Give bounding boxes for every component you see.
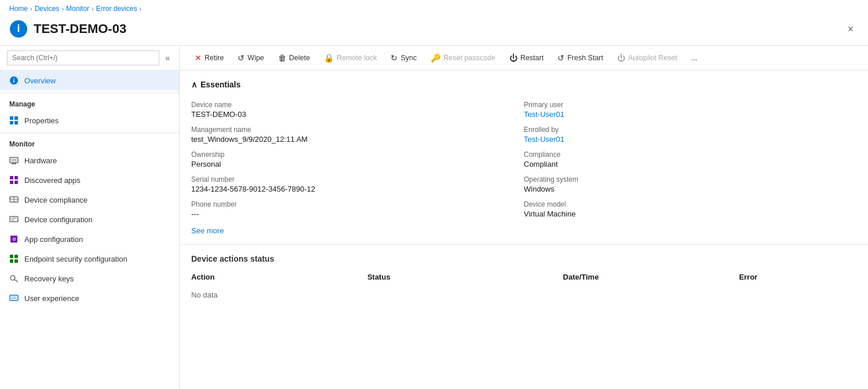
sidebar-section-monitor: Monitor	[0, 133, 179, 151]
delete-label: Delete	[289, 54, 310, 62]
breadcrumb: Home › Devices › Monitor › Error devices…	[0, 0, 868, 17]
content-area: ✕ Retire ↺ Wipe 🗑 Delete 🔒 Remote lock ↻…	[180, 46, 868, 389]
search-input[interactable]	[7, 50, 159, 65]
col-error-header: Error	[739, 270, 856, 286]
col-status-header: Status	[367, 270, 563, 286]
svg-rect-28	[14, 259, 18, 263]
svg-text:i: i	[17, 23, 20, 34]
essentials-left: Device name TEST-DEMO-03 Management name…	[191, 97, 524, 222]
close-button[interactable]: ×	[843, 21, 859, 37]
actions-table: Action Status Date/Time Error No data	[191, 270, 856, 304]
device-name-value: TEST-DEMO-03	[191, 110, 524, 119]
breadcrumb-home[interactable]: Home	[9, 5, 28, 13]
restart-icon: ⏻	[509, 53, 517, 63]
search-row: «	[0, 46, 179, 71]
sidebar-item-user-experience-label: User experience	[24, 294, 79, 303]
svg-rect-27	[10, 259, 13, 263]
sidebar-item-endpoint-security-label: Endpoint security configuration	[24, 255, 127, 263]
svg-rect-20	[10, 216, 18, 222]
more-button[interactable]: ...	[685, 51, 703, 65]
enrolled-by-label: Enrolled by	[524, 126, 856, 134]
essentials-title[interactable]: ∧ Essentials	[191, 80, 856, 89]
properties-icon	[9, 116, 19, 125]
breadcrumb-error-devices[interactable]: Error devices	[96, 5, 137, 13]
sync-button[interactable]: ↻ Sync	[385, 50, 422, 65]
sidebar-item-endpoint-security[interactable]: Endpoint security configuration	[0, 249, 179, 269]
primary-user-value[interactable]: Test-User01	[524, 110, 564, 119]
wipe-button[interactable]: ↺ Wipe	[232, 50, 269, 65]
operating-system-label: Operating system	[524, 175, 856, 184]
essentials-toggle-icon: ∧	[191, 80, 197, 89]
reset-passcode-label: Reset passcode	[443, 54, 495, 62]
svg-rect-7	[14, 121, 18, 124]
breadcrumb-devices[interactable]: Devices	[35, 5, 60, 13]
delete-button[interactable]: 🗑 Delete	[272, 50, 316, 65]
retire-button[interactable]: ✕ Retire	[189, 50, 229, 65]
svg-rect-15	[10, 181, 13, 184]
field-management-name: Management name test_Windows_9/9/2020_12…	[191, 122, 524, 147]
hardware-icon	[9, 156, 19, 165]
enrolled-by-value[interactable]: Test-User01	[524, 135, 564, 144]
breadcrumb-monitor[interactable]: Monitor	[66, 5, 89, 13]
col-datetime-header: Date/Time	[563, 270, 739, 286]
sidebar-item-app-configuration[interactable]: ⚙ App configuration	[0, 229, 179, 249]
sidebar-item-app-configuration-label: App configuration	[24, 235, 83, 244]
field-ownership: Ownership Personal	[191, 147, 524, 172]
reset-passcode-button[interactable]: 🔑 Reset passcode	[425, 50, 501, 65]
svg-rect-9	[11, 159, 17, 162]
sidebar-item-recovery-keys[interactable]: Recovery keys	[0, 269, 179, 288]
field-device-model: Device model Virtual Machine	[524, 197, 856, 222]
sidebar-item-device-compliance-label: Device compliance	[24, 196, 87, 204]
sidebar-item-hardware[interactable]: Hardware	[0, 151, 179, 170]
serial-number-label: Serial number	[191, 175, 524, 184]
actions-table-head: Action Status Date/Time Error	[191, 270, 856, 286]
svg-point-29	[10, 276, 15, 280]
see-more-link[interactable]: See more	[191, 222, 224, 235]
autopilot-reset-button[interactable]: ⏻ Autopilot Reset	[611, 50, 683, 65]
sidebar-item-device-compliance[interactable]: Device compliance	[0, 190, 179, 210]
sidebar-item-user-experience[interactable]: User experience	[0, 288, 179, 308]
primary-user-label: Primary user	[524, 101, 856, 109]
management-name-value: test_Windows_9/9/2020_12:11 AM	[191, 135, 524, 144]
compliance-label: Compliance	[524, 151, 856, 159]
operating-system-value: Windows	[524, 185, 856, 193]
field-compliance: Compliance Compliant	[524, 147, 856, 172]
fresh-start-icon: ↺	[557, 53, 564, 63]
user-experience-icon	[9, 293, 19, 303]
svg-rect-6	[10, 121, 13, 124]
retire-label: Retire	[205, 54, 224, 62]
restart-button[interactable]: ⏻ Restart	[504, 50, 549, 65]
sidebar-item-discovered-apps[interactable]: Discovered apps	[0, 170, 179, 190]
overview-icon: i	[9, 76, 19, 85]
compliance-value: Compliant	[524, 160, 856, 168]
remote-lock-icon: 🔒	[324, 53, 334, 63]
essentials-section: ∧ Essentials Device name TEST-DEMO-03 Ma…	[180, 71, 868, 245]
field-primary-user: Primary user Test-User01	[524, 97, 856, 122]
fresh-start-label: Fresh Start	[567, 54, 603, 62]
svg-rect-33	[11, 296, 17, 299]
delete-icon: 🗑	[278, 53, 286, 63]
sidebar-item-hardware-label: Hardware	[24, 156, 57, 165]
phone-number-value: ---	[191, 210, 524, 218]
app-configuration-icon: ⚙	[9, 234, 19, 244]
ownership-value: Personal	[191, 160, 524, 168]
device-compliance-icon	[9, 195, 19, 204]
svg-text:i: i	[13, 78, 15, 84]
field-phone-number: Phone number ---	[191, 197, 524, 222]
svg-rect-26	[14, 255, 18, 258]
sidebar-item-properties-label: Properties	[24, 116, 59, 125]
wipe-label: Wipe	[247, 54, 264, 62]
sidebar-item-overview[interactable]: i Overview	[0, 71, 179, 90]
sidebar-item-properties[interactable]: Properties	[0, 111, 179, 130]
fresh-start-button[interactable]: ↺ Fresh Start	[552, 50, 609, 65]
essentials-right: Primary user Test-User01 Enrolled by Tes…	[524, 97, 856, 222]
essentials-title-label: Essentials	[200, 80, 240, 89]
discovered-apps-icon	[9, 175, 19, 185]
device-info-icon: i	[9, 20, 28, 38]
sidebar-item-recovery-keys-label: Recovery keys	[24, 274, 74, 283]
remote-lock-button[interactable]: 🔒 Remote lock	[318, 50, 382, 65]
collapse-button[interactable]: «	[163, 52, 172, 64]
field-device-name: Device name TEST-DEMO-03	[191, 97, 524, 122]
svg-text:⚙: ⚙	[12, 237, 16, 242]
sidebar-item-device-configuration[interactable]: Device configuration	[0, 210, 179, 229]
